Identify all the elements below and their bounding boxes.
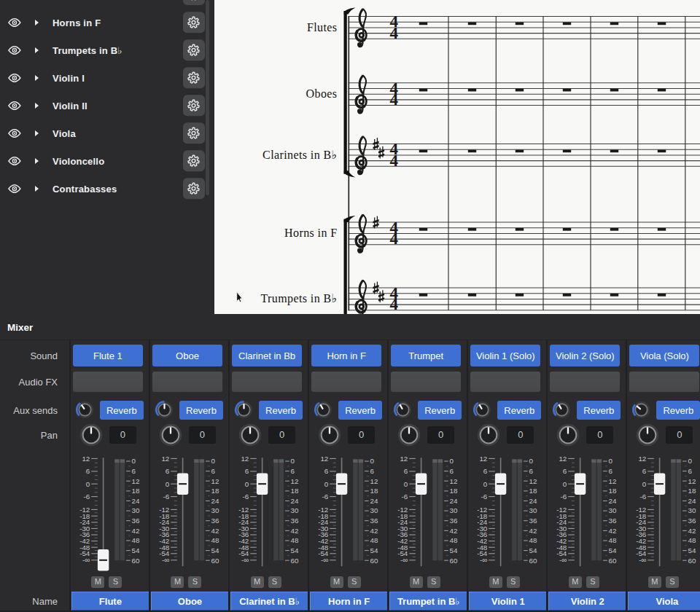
score-view[interactable]: 44Flutes44Oboes44Clarinets in B♭44Horns … xyxy=(214,0,700,314)
audio-fx-slot[interactable] xyxy=(391,372,461,392)
mute-button[interactable]: M xyxy=(410,576,423,589)
expand-caret-icon[interactable] xyxy=(35,186,39,192)
solo-button[interactable]: S xyxy=(427,576,440,589)
visibility-eye-icon[interactable] xyxy=(8,128,21,138)
track-name[interactable]: Violin 1 xyxy=(469,592,547,611)
solo-button[interactable]: S xyxy=(348,576,361,589)
visibility-eye-icon[interactable] xyxy=(8,73,21,83)
aux-send-knob[interactable] xyxy=(392,399,414,421)
sound-button[interactable]: Clarinet in Bb xyxy=(232,345,302,366)
pan-knob[interactable] xyxy=(634,422,661,448)
visibility-eye-icon[interactable] xyxy=(8,17,21,28)
expand-caret-icon[interactable] xyxy=(35,158,39,164)
visibility-eye-icon[interactable] xyxy=(8,101,21,111)
track-name[interactable]: Violin 2 xyxy=(548,592,626,611)
solo-button[interactable]: S xyxy=(507,576,520,589)
fader-and-meter[interactable]: 1260-6-12-18-24-30-36-42-48-54-∞06121824… xyxy=(71,450,151,576)
pan-knob[interactable] xyxy=(237,422,263,448)
aux-send-knob[interactable] xyxy=(551,399,573,421)
expand-caret-icon[interactable] xyxy=(35,103,39,109)
solo-button[interactable]: S xyxy=(586,576,599,589)
mute-button[interactable]: M xyxy=(251,576,264,589)
aux-send-button[interactable]: Reverb xyxy=(100,401,144,420)
fader-and-meter[interactable]: 1260-6-12-18-24-30-36-42-48-54-∞06121824… xyxy=(468,450,548,576)
audio-fx-slot[interactable] xyxy=(550,372,620,392)
audio-fx-slot[interactable] xyxy=(73,372,143,392)
aux-send-button[interactable]: Reverb xyxy=(259,401,303,420)
aux-send-knob[interactable] xyxy=(471,399,494,421)
fader-and-meter[interactable]: 1260-6-12-18-24-30-36-42-48-54-∞06121824… xyxy=(548,450,628,576)
aux-send-knob[interactable] xyxy=(312,399,335,421)
fader-and-meter[interactable]: 1260-6-12-18-24-30-36-42-48-54-∞06121824… xyxy=(150,450,230,576)
expand-caret-icon[interactable] xyxy=(35,20,39,26)
solo-button[interactable]: S xyxy=(188,576,201,589)
aux-send-knob[interactable] xyxy=(233,399,255,421)
instrument-name[interactable]: Violoncello xyxy=(52,155,104,166)
mute-button[interactable]: M xyxy=(569,576,582,589)
instrument-name[interactable]: Violin I xyxy=(52,72,85,83)
audio-fx-slot[interactable] xyxy=(629,372,699,392)
instrument-name[interactable]: Horns in F xyxy=(52,17,101,28)
solo-button[interactable]: S xyxy=(109,576,122,589)
instrument-settings-button[interactable] xyxy=(183,122,205,144)
pan-value[interactable]: 0 xyxy=(427,426,454,444)
audio-fx-slot[interactable] xyxy=(311,372,381,392)
pan-value[interactable]: 0 xyxy=(586,426,613,444)
sound-button[interactable]: Violin 2 (Solo) xyxy=(550,345,620,366)
mute-button[interactable]: M xyxy=(489,576,502,589)
aux-send-button[interactable]: Reverb xyxy=(656,401,700,420)
mute-button[interactable]: M xyxy=(91,576,104,589)
expand-caret-icon[interactable] xyxy=(35,47,39,53)
audio-fx-slot[interactable] xyxy=(470,372,540,392)
sound-button[interactable]: Flute 1 xyxy=(73,345,143,366)
sound-button[interactable]: Violin 1 (Solo) xyxy=(470,345,540,366)
track-name[interactable]: Trumpet in B♭ xyxy=(389,592,467,611)
solo-button[interactable]: S xyxy=(666,576,679,589)
instrument-row[interactable]: Viola xyxy=(0,119,214,147)
pan-knob[interactable] xyxy=(78,422,104,448)
pan-value[interactable]: 0 xyxy=(268,426,295,444)
instrument-settings-button[interactable] xyxy=(183,150,205,172)
pan-value[interactable]: 0 xyxy=(348,426,375,444)
pan-value[interactable]: 0 xyxy=(507,426,534,444)
pan-knob[interactable] xyxy=(158,422,184,448)
track-name[interactable]: Horn in F xyxy=(310,592,388,611)
mute-button[interactable]: M xyxy=(171,576,184,589)
sound-button[interactable]: Oboe xyxy=(152,345,222,366)
pan-value[interactable]: 0 xyxy=(666,426,693,444)
expand-caret-icon[interactable] xyxy=(35,75,39,81)
instrument-row[interactable]: Violoncello xyxy=(0,147,214,175)
fader-and-meter[interactable]: 1260-6-12-18-24-30-36-42-48-54-∞06121824… xyxy=(230,450,310,576)
pan-knob[interactable] xyxy=(475,422,502,448)
instrument-settings-button[interactable] xyxy=(183,12,205,34)
instrument-row[interactable]: Contrabasses xyxy=(0,175,214,203)
aux-send-button[interactable]: Reverb xyxy=(338,401,382,420)
instrument-row[interactable]: Violin II xyxy=(0,92,214,119)
pan-knob[interactable] xyxy=(316,422,343,448)
instrument-name[interactable]: Contrabasses xyxy=(52,183,117,194)
track-name[interactable]: Clarinet in B♭ xyxy=(230,592,308,611)
aux-send-button[interactable]: Reverb xyxy=(577,401,621,420)
instrument-row[interactable]: Horns in F xyxy=(0,9,214,36)
aux-send-button[interactable]: Reverb xyxy=(179,401,223,420)
instrument-settings-button-partial[interactable] xyxy=(183,0,205,5)
visibility-eye-icon[interactable] xyxy=(8,184,21,194)
expand-caret-icon[interactable] xyxy=(35,130,39,136)
sound-button[interactable]: Horn in F xyxy=(311,345,381,366)
instrument-settings-button[interactable] xyxy=(183,95,205,117)
instrument-settings-button[interactable] xyxy=(183,178,205,200)
audio-fx-slot[interactable] xyxy=(232,372,302,392)
aux-send-knob[interactable] xyxy=(153,399,176,421)
solo-button[interactable]: S xyxy=(268,576,281,589)
aux-send-knob[interactable] xyxy=(630,399,653,421)
pan-value[interactable]: 0 xyxy=(109,426,136,444)
audio-fx-slot[interactable] xyxy=(152,372,222,392)
sound-button[interactable]: Trumpet xyxy=(391,345,461,366)
aux-send-button[interactable]: Reverb xyxy=(497,401,541,420)
instrument-name[interactable]: Viola xyxy=(52,128,76,138)
fader-and-meter[interactable]: 1260-6-12-18-24-30-36-42-48-54-∞06121824… xyxy=(389,450,469,576)
aux-send-knob[interactable] xyxy=(74,399,96,421)
fader-and-meter[interactable]: 1260-6-12-18-24-30-36-42-48-54-∞06121824… xyxy=(627,450,700,576)
aux-send-button[interactable]: Reverb xyxy=(418,401,462,420)
mute-button[interactable]: M xyxy=(648,576,661,589)
